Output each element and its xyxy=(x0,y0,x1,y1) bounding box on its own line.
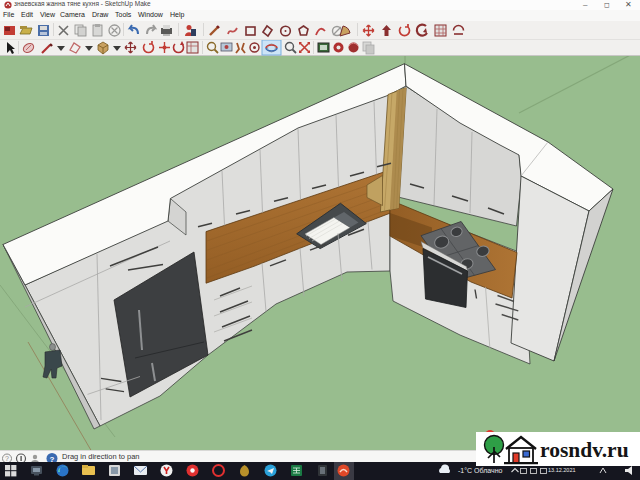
svg-text:13.12.2021: 13.12.2021 xyxy=(548,467,576,473)
svg-text:?: ? xyxy=(5,455,9,462)
